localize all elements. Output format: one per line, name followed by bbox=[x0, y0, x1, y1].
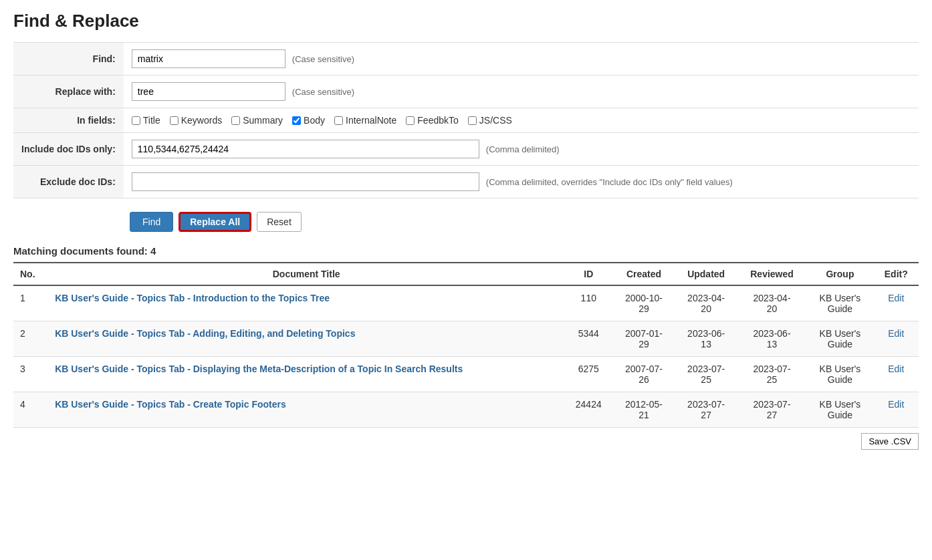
row-title: KB User's Guide - Topics Tab - Introduct… bbox=[48, 285, 564, 321]
row-title: KB User's Guide - Topics Tab - Create To… bbox=[48, 392, 564, 428]
field-checkbox-feedbkto[interactable] bbox=[406, 116, 415, 125]
field-checkbox-keywords[interactable] bbox=[170, 116, 179, 125]
replace-hint: (Case sensitive) bbox=[292, 87, 354, 97]
find-replace-form: Find: (Case sensitive) Replace with: (Ca… bbox=[13, 42, 919, 198]
exclude-cell: (Comma delimited, overrides "Include doc… bbox=[124, 166, 919, 198]
row-reviewed: 2023-07-25 bbox=[737, 357, 807, 392]
row-no: 1 bbox=[13, 285, 48, 321]
doc-title-link[interactable]: KB User's Guide - Topics Tab - Create To… bbox=[55, 399, 286, 410]
results-count: Matching documents found: 4 bbox=[13, 245, 919, 257]
field-label-js/css: JS/CSS bbox=[479, 115, 512, 126]
row-created: 2000-10-29 bbox=[612, 285, 675, 321]
field-checkbox-internalnote[interactable] bbox=[334, 116, 343, 125]
row-reviewed: 2023-04-20 bbox=[737, 285, 807, 321]
row-reviewed: 2023-06-13 bbox=[737, 321, 807, 357]
row-group: KB User'sGuide bbox=[806, 285, 873, 321]
edit-link[interactable]: Edit bbox=[888, 399, 904, 410]
row-reviewed: 2023-07-27 bbox=[737, 392, 807, 428]
row-updated: 2023-04-20 bbox=[675, 285, 737, 321]
row-group: KB User'sGuide bbox=[806, 321, 873, 357]
field-checkbox-label-title[interactable]: Title bbox=[132, 115, 160, 126]
col-updated: Updated bbox=[675, 263, 737, 285]
replace-input[interactable] bbox=[132, 82, 285, 101]
exclude-input[interactable] bbox=[132, 172, 479, 191]
page-title: Find & Replace bbox=[13, 11, 919, 31]
exclude-label: Exclude doc IDs: bbox=[13, 166, 124, 198]
replace-row: Replace with: (Case sensitive) bbox=[13, 76, 919, 108]
col-edit: Edit? bbox=[874, 263, 919, 285]
table-row: 2KB User's Guide - Topics Tab - Adding, … bbox=[13, 321, 919, 357]
fields-label: In fields: bbox=[13, 108, 124, 133]
find-hint: (Case sensitive) bbox=[292, 54, 354, 64]
row-edit: Edit bbox=[874, 392, 919, 428]
reset-button[interactable]: Reset bbox=[257, 212, 302, 232]
doc-title-link[interactable]: KB User's Guide - Topics Tab - Adding, E… bbox=[55, 328, 355, 339]
include-cell: (Comma delimited) bbox=[124, 133, 919, 166]
col-id: ID bbox=[564, 263, 612, 285]
edit-link[interactable]: Edit bbox=[888, 293, 904, 303]
row-no: 4 bbox=[13, 392, 48, 428]
exclude-hint: (Comma delimited, overrides "Include doc… bbox=[486, 177, 733, 187]
find-label: Find: bbox=[13, 43, 124, 76]
field-label-keywords: Keywords bbox=[181, 115, 222, 126]
results-section: Matching documents found: 4 No. Document… bbox=[13, 245, 919, 455]
doc-title-link[interactable]: KB User's Guide - Topics Tab - Displayin… bbox=[55, 364, 463, 374]
table-row: 3KB User's Guide - Topics Tab - Displayi… bbox=[13, 357, 919, 392]
col-title: Document Title bbox=[48, 263, 564, 285]
row-id: 6275 bbox=[564, 357, 612, 392]
row-updated: 2023-07-25 bbox=[675, 357, 737, 392]
edit-link[interactable]: Edit bbox=[888, 328, 904, 339]
doc-title-link[interactable]: KB User's Guide - Topics Tab - Introduct… bbox=[55, 293, 330, 303]
row-edit: Edit bbox=[874, 285, 919, 321]
table-row: 4KB User's Guide - Topics Tab - Create T… bbox=[13, 392, 919, 428]
row-id: 24424 bbox=[564, 392, 612, 428]
field-checkbox-js/css[interactable] bbox=[468, 116, 477, 125]
field-label-summary: Summary bbox=[243, 115, 283, 126]
fields-cell: TitleKeywordsSummaryBodyInternalNoteFeed… bbox=[124, 108, 919, 133]
edit-link[interactable]: Edit bbox=[888, 364, 904, 374]
field-checkbox-title[interactable] bbox=[132, 116, 140, 125]
row-id: 5344 bbox=[564, 321, 612, 357]
find-row: Find: (Case sensitive) bbox=[13, 43, 919, 76]
field-checkbox-summary[interactable] bbox=[231, 116, 240, 125]
col-created: Created bbox=[612, 263, 675, 285]
field-label-internalnote: InternalNote bbox=[346, 115, 396, 126]
save-csv-row: Save .CSV bbox=[13, 428, 919, 455]
include-label: Include doc IDs only: bbox=[13, 133, 124, 166]
field-checkbox-label-summary[interactable]: Summary bbox=[231, 115, 283, 126]
col-group: Group bbox=[806, 263, 873, 285]
field-checkbox-label-internalnote[interactable]: InternalNote bbox=[334, 115, 396, 126]
save-csv-button[interactable]: Save .CSV bbox=[861, 433, 919, 450]
row-group: KB User'sGuide bbox=[806, 392, 873, 428]
row-title: KB User's Guide - Topics Tab - Displayin… bbox=[48, 357, 564, 392]
include-hint: (Comma delimited) bbox=[486, 144, 560, 154]
results-table: No. Document Title ID Created Updated Re… bbox=[13, 262, 919, 428]
field-checkbox-label-keywords[interactable]: Keywords bbox=[170, 115, 222, 126]
field-checkbox-body[interactable] bbox=[292, 116, 301, 125]
row-group: KB User'sGuide bbox=[806, 357, 873, 392]
include-input[interactable] bbox=[132, 140, 479, 158]
find-input[interactable] bbox=[132, 49, 285, 68]
find-button[interactable]: Find bbox=[130, 212, 173, 232]
row-created: 2007-01-29 bbox=[612, 321, 675, 357]
row-edit: Edit bbox=[874, 357, 919, 392]
field-label-feedbkto: FeedbkTo bbox=[417, 115, 458, 126]
results-header-row: No. Document Title ID Created Updated Re… bbox=[13, 263, 919, 285]
col-reviewed: Reviewed bbox=[737, 263, 807, 285]
replace-all-button[interactable]: Replace All bbox=[179, 212, 251, 232]
row-no: 2 bbox=[13, 321, 48, 357]
row-title: KB User's Guide - Topics Tab - Adding, E… bbox=[48, 321, 564, 357]
replace-input-cell: (Case sensitive) bbox=[124, 76, 919, 108]
include-row: Include doc IDs only: (Comma delimited) bbox=[13, 133, 919, 166]
field-label-title: Title bbox=[143, 115, 160, 126]
results-tbody: 1KB User's Guide - Topics Tab - Introduc… bbox=[13, 285, 919, 428]
row-id: 110 bbox=[564, 285, 612, 321]
row-created: 2012-05-21 bbox=[612, 392, 675, 428]
row-edit: Edit bbox=[874, 321, 919, 357]
field-checkbox-label-body[interactable]: Body bbox=[292, 115, 325, 126]
results-thead: No. Document Title ID Created Updated Re… bbox=[13, 263, 919, 285]
buttons-row: Find Replace All Reset bbox=[13, 204, 919, 240]
field-checkbox-label-js/css[interactable]: JS/CSS bbox=[468, 115, 512, 126]
field-checkbox-label-feedbkto[interactable]: FeedbkTo bbox=[406, 115, 458, 126]
row-created: 2007-07-26 bbox=[612, 357, 675, 392]
